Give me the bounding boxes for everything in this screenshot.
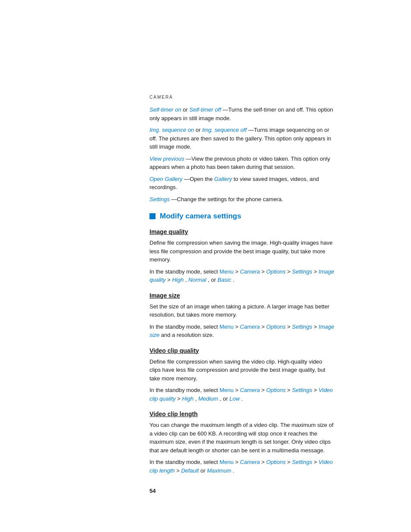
is-sep1: >: [235, 324, 240, 330]
vcl-prefix: In the standby mode, select: [149, 459, 220, 465]
intro-item-5: Settings —Change the settings for the ph…: [149, 195, 335, 204]
vcq-menu-link[interactable]: Menu: [220, 387, 234, 393]
iq-sep5: >: [167, 277, 172, 283]
video-clip-quality-title: Video clip quality: [149, 347, 335, 354]
vcl-settings-link[interactable]: Settings: [292, 459, 312, 465]
is-menu-link[interactable]: Menu: [220, 324, 234, 330]
settings-link[interactable]: Settings: [149, 196, 170, 202]
vcq-options-link[interactable]: Options: [266, 387, 286, 393]
intro-or-1: or: [183, 106, 189, 113]
content-area: Camera Self-timer on or Self-timer off —…: [55, 0, 356, 520]
vcq-sep5: >: [177, 395, 182, 402]
img-sequence-on-link[interactable]: Img. sequence on: [149, 127, 194, 133]
intro-item-4: Open Gallery —Open the Gallery to view s…: [149, 175, 335, 192]
iq-high-link[interactable]: High: [172, 277, 184, 283]
iq-prefix: In the standby mode, select: [149, 268, 220, 275]
vcl-sep5: >: [176, 467, 181, 474]
iq-period1: .: [233, 277, 234, 283]
is-options-link[interactable]: Options: [266, 324, 286, 330]
iq-sep1: >: [235, 268, 240, 275]
vcq-sep3: >: [287, 387, 292, 393]
iq-camera-link[interactable]: Camera: [240, 268, 260, 275]
is-sep3: >: [287, 324, 292, 330]
is-sep2: >: [262, 324, 266, 330]
is-suffix: and a resolution size.: [161, 332, 214, 338]
vcq-low-link[interactable]: Low: [229, 395, 240, 402]
iq-or1: , or: [208, 277, 218, 283]
vcl-sep3: >: [287, 459, 292, 465]
image-size-body1: Set the size of an image when taking a p…: [149, 302, 335, 319]
is-settings-link[interactable]: Settings: [292, 324, 312, 330]
iq-normal-link[interactable]: Normal: [188, 277, 206, 283]
iq-menu-link[interactable]: Menu: [220, 268, 234, 275]
page-number: 54: [149, 488, 335, 494]
vcl-options-link[interactable]: Options: [266, 459, 286, 465]
intro-item-2: Img. sequence on or Img. sequence off —T…: [149, 126, 335, 151]
vcl-maximum-link[interactable]: Maximum: [207, 467, 231, 474]
vcq-or1: , or: [220, 395, 229, 402]
vcq-sep1: >: [235, 387, 240, 393]
image-size-title: Image size: [149, 292, 335, 299]
vcl-or: or: [200, 467, 207, 474]
iq-sep4: >: [314, 268, 318, 275]
is-sep4: >: [314, 324, 318, 330]
is-camera-link[interactable]: Camera: [240, 324, 260, 330]
blue-square-icon: [149, 213, 156, 219]
vcq-sep4: >: [314, 387, 318, 393]
modify-heading-text: Modify camera settings: [160, 212, 241, 221]
vcq-high-link[interactable]: High: [182, 395, 194, 402]
intro-item-3: View previous —View the previous photo o…: [149, 155, 335, 171]
vcq-medium-link[interactable]: Medium: [198, 395, 218, 402]
vcl-menu-link[interactable]: Menu: [220, 459, 234, 465]
iq-sep2: >: [262, 268, 266, 275]
open-gallery-link[interactable]: Open Gallery: [149, 176, 183, 182]
page: Camera Self-timer on or Self-timer off —…: [0, 0, 411, 532]
iq-options-link[interactable]: Options: [266, 268, 286, 275]
vcl-camera-link[interactable]: Camera: [240, 459, 260, 465]
video-clip-quality-body2: In the standby mode, select Menu > Camer…: [149, 386, 335, 403]
video-clip-length-body2: In the standby mode, select Menu > Camer…: [149, 458, 335, 475]
self-timer-off-link[interactable]: Self-timer off: [190, 106, 221, 113]
vcq-sep2: >: [262, 387, 266, 393]
video-clip-length-title: Video clip length: [149, 411, 335, 417]
vcl-default-link[interactable]: Default: [181, 467, 199, 474]
is-prefix: In the standby mode, select: [149, 324, 220, 330]
intro-text-5: —Change the settings for the phone camer…: [171, 196, 283, 202]
vcl-sep2: >: [262, 459, 266, 465]
img-sequence-off-link[interactable]: Img. sequence off: [202, 127, 246, 133]
video-clip-length-body1: You can change the maximum length of a v…: [149, 421, 335, 454]
video-clip-quality-body1: Define file compression when saving the …: [149, 358, 335, 383]
vcl-sep4: >: [314, 459, 318, 465]
image-quality-title: Image quality: [149, 228, 335, 235]
section-label: Camera: [149, 95, 335, 100]
image-size-body2: In the standby mode, select Menu > Camer…: [149, 323, 335, 339]
view-previous-link[interactable]: View previous: [149, 156, 184, 162]
iq-sep3: >: [287, 268, 292, 275]
iq-comma1: ,: [185, 277, 188, 283]
vcq-camera-link[interactable]: Camera: [240, 387, 260, 393]
modify-section-heading: Modify camera settings: [149, 212, 335, 221]
vcl-period: .: [233, 467, 234, 474]
intro-or-2: or: [196, 127, 202, 133]
intro-item-1: Self-timer on or Self-timer off —Turns t…: [149, 106, 335, 122]
iq-settings-link[interactable]: Settings: [292, 268, 312, 275]
vcq-settings-link[interactable]: Settings: [292, 387, 312, 393]
image-quality-body1: Define file compression when saving the …: [149, 239, 335, 264]
iq-basic-link[interactable]: Basic: [218, 277, 231, 283]
intro-text-4a: —Open the: [184, 176, 214, 182]
gallery-link[interactable]: Gallery: [214, 176, 232, 182]
vcq-period: .: [241, 395, 243, 402]
vcl-sep1: >: [235, 459, 240, 465]
image-quality-body2: In the standby mode, select Menu > Camer…: [149, 268, 335, 284]
self-timer-on-link[interactable]: Self-timer on: [149, 106, 181, 113]
vcq-prefix: In the standby mode, select: [149, 387, 220, 393]
